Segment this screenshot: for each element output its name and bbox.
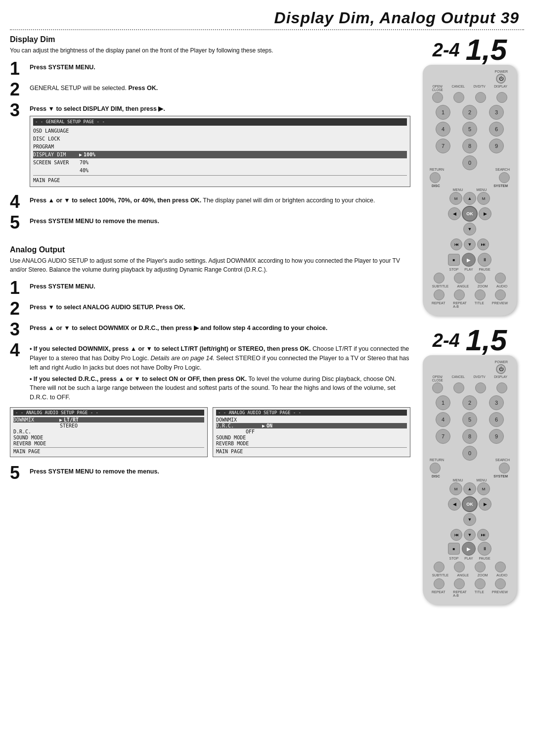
power-button-1[interactable]: ⏻ — [496, 74, 506, 84]
screen-reverb-left: REVERB MODE — [13, 441, 204, 446]
dvdtv-btn-1[interactable] — [475, 92, 486, 103]
pause-btn-2[interactable]: ⏸ — [478, 542, 491, 556]
power-btn-row-1: ⏻ — [427, 74, 513, 84]
display-btn-1[interactable] — [496, 92, 507, 103]
nav-menu-right-2[interactable]: M — [477, 482, 490, 495]
btn-4-2[interactable]: 4 — [436, 412, 450, 427]
open-close-btn-1[interactable] — [432, 92, 443, 103]
power-button-2[interactable]: ⏻ — [496, 364, 506, 374]
repeat-ab-lbl-1: REPEATA-B — [453, 301, 467, 308]
subtitle-btn-2[interactable] — [434, 562, 445, 572]
nav-down-2[interactable]: ▼ — [463, 513, 476, 526]
nav-up-2[interactable]: ▲ — [463, 482, 476, 495]
repeat-btn-1[interactable] — [434, 289, 445, 300]
screen-divider — [33, 175, 407, 176]
btn-0-1[interactable]: 0 — [462, 155, 477, 170]
remote-1-group: 2-4 1,5 POWER ⏻ OPEN/CLOSE CANCEL DVD/TV — [423, 35, 517, 316]
nav-right-2[interactable]: ▶ — [479, 498, 491, 511]
angle-btn-2[interactable] — [454, 562, 465, 572]
down-btn-1[interactable]: ▼ — [464, 238, 476, 250]
btn-5-1[interactable]: 5 — [462, 122, 477, 137]
nav-ok-1[interactable]: OK — [462, 206, 478, 222]
btn-3-2[interactable]: 3 — [489, 395, 504, 410]
down-btn-2[interactable]: ▼ — [464, 529, 476, 541]
title-btn-2[interactable] — [475, 578, 486, 589]
zoom-lbl-2: ZOOM — [478, 573, 488, 577]
stop-btn-1[interactable]: ■ — [448, 254, 460, 266]
nav-left-2[interactable]: ◀ — [448, 498, 461, 511]
btn-7-2[interactable]: 7 — [436, 429, 450, 444]
nav-right-1[interactable]: ▶ — [479, 207, 491, 220]
dvdtv-label-2: DVD/TV — [474, 375, 486, 382]
btn-5-2[interactable]: 5 — [462, 412, 477, 427]
rewind-btn-2[interactable]: ⏮ — [450, 529, 462, 541]
pause-btn-1[interactable]: ⏸ — [478, 253, 491, 267]
ffwd-btn-1[interactable]: ⏭ — [477, 238, 489, 250]
nav-down-1[interactable]: ▼ — [463, 223, 476, 236]
audio-btn-1[interactable] — [495, 273, 506, 284]
btn-2-1[interactable]: 2 — [462, 105, 477, 120]
bottom-last-labels-2: REPEAT REPEATA-B TITLE PREVIEW — [427, 590, 513, 597]
nav-ok-2[interactable]: OK — [462, 496, 478, 512]
preview-lbl-1: PREVIEW — [492, 301, 508, 308]
screen-drc-left: D.R.C. — [13, 429, 204, 434]
btn-3-1[interactable]: 3 — [489, 105, 504, 120]
zoom-btn-1[interactable] — [475, 273, 486, 284]
return-btn-2[interactable] — [430, 463, 441, 473]
screen-item-osd: OSD LANGUAGE — [33, 127, 407, 135]
btn-1-1[interactable]: 1 — [436, 105, 450, 120]
btn-6-2[interactable]: 6 — [489, 412, 504, 427]
cancel-btn-2[interactable] — [453, 382, 464, 393]
repeat-lbl-2: REPEAT — [432, 590, 445, 597]
top-btn-row-2 — [427, 382, 513, 393]
audio-btn-2[interactable] — [495, 562, 506, 572]
repeat-btn-2[interactable] — [434, 578, 445, 589]
btn-7-1[interactable]: 7 — [436, 139, 450, 153]
btn-0-2[interactable]: 0 — [462, 446, 477, 461]
title-btn-1[interactable] — [475, 289, 486, 300]
subtitle-btn-1[interactable] — [434, 273, 445, 284]
angle-btn-1[interactable] — [454, 273, 465, 284]
analog-screens: - - ANALOG AUDIO SETUP PAGE - - DOWNMIX … — [10, 407, 410, 460]
ffwd-btn-2[interactable]: ⏭ — [477, 529, 489, 541]
display-btn-2[interactable] — [496, 382, 507, 393]
preview-btn-2[interactable] — [495, 578, 506, 589]
page-title: Display Dim, Analog Output 39 — [0, 0, 534, 29]
rewind-btn-1[interactable]: ⏮ — [450, 238, 462, 250]
nav-menu-right-1[interactable]: M — [477, 192, 490, 205]
btn-8-2[interactable]: 8 — [462, 429, 477, 444]
btn-6-1[interactable]: 6 — [489, 122, 504, 137]
open-close-btn-2[interactable] — [432, 382, 443, 393]
ao-step-4-content: • If you selected DOWNMIX, press ▲ or ▼ … — [30, 341, 410, 402]
repeat-ab-btn-1[interactable] — [454, 289, 465, 300]
nav-menu-left-2[interactable]: M — [449, 482, 462, 495]
nav-left-1[interactable]: ◀ — [448, 207, 461, 220]
btn-9-2[interactable]: 9 — [489, 429, 504, 444]
analog-screen-left: - - ANALOG AUDIO SETUP PAGE - - DOWNMIX … — [10, 407, 208, 457]
audio-lbl-2: AUDIO — [496, 573, 507, 577]
dvdtv-btn-2[interactable] — [475, 382, 486, 393]
zoom-btn-2[interactable] — [475, 562, 486, 572]
return-btn-1[interactable] — [430, 172, 441, 183]
btn-1-2[interactable]: 1 — [436, 395, 450, 410]
btn-2-2[interactable]: 2 — [462, 395, 477, 410]
step-5: 5 Press SYSTEM MENU to remove the menus. — [10, 214, 410, 232]
btn-9-1[interactable]: 9 — [489, 139, 504, 153]
play-btn-2[interactable]: ▶ — [462, 542, 476, 556]
pause-lbl-2: PAUSE — [478, 557, 491, 560]
btn-8-1[interactable]: 8 — [462, 139, 477, 153]
stop-btn-2[interactable]: ■ — [448, 543, 460, 555]
preview-btn-1[interactable] — [495, 289, 506, 300]
search-btn-1[interactable] — [499, 172, 510, 183]
search-btn-2[interactable] — [499, 463, 510, 473]
cancel-btn-1[interactable] — [453, 92, 464, 103]
nav-menu-left-1[interactable]: M — [449, 192, 462, 205]
play-btn-1[interactable]: ▶ — [462, 253, 476, 267]
title-lbl-1: TITLE — [475, 301, 484, 308]
angle-lbl-1: ANGLE — [457, 284, 469, 288]
repeat-ab-btn-2[interactable] — [454, 578, 465, 589]
ao-step-5-content: Press SYSTEM MENU to remove the menus. — [30, 464, 410, 476]
nav-up-1[interactable]: ▲ — [463, 192, 476, 205]
btn-4-1[interactable]: 4 — [436, 122, 450, 137]
remote-1-label: 2-4 1,5 — [433, 35, 507, 65]
